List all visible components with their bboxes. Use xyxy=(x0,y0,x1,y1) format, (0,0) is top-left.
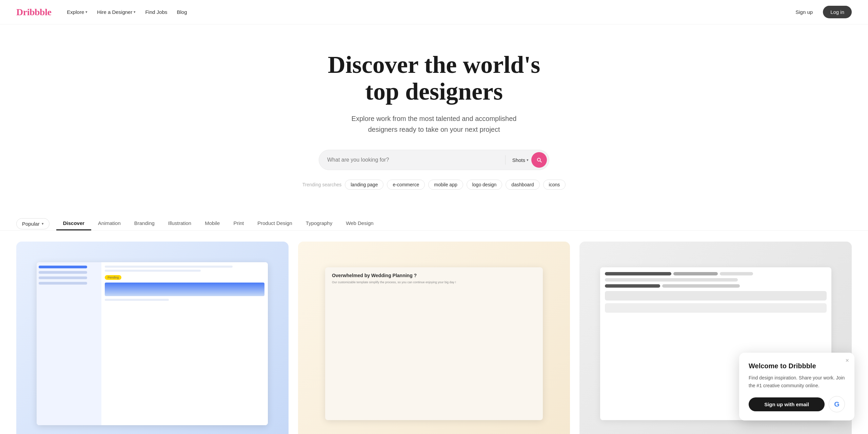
filter-bar: Popular ▾ Discover Animation Branding Il… xyxy=(0,210,868,231)
search-icon xyxy=(536,157,542,163)
mockup-sidebar xyxy=(37,262,101,426)
category-tabs: Discover Animation Branding Illustration… xyxy=(56,217,380,230)
search-input[interactable] xyxy=(327,154,501,166)
hire-chevron-icon: ▾ xyxy=(134,10,136,14)
popup-title: Welcome to Dribbble xyxy=(749,362,845,370)
trending-tag-5[interactable]: icons xyxy=(543,180,566,190)
mockup-main: Pending xyxy=(101,262,268,426)
nav-links: Explore ▾ Hire a Designer ▾ Find Jobs Bl… xyxy=(63,7,190,17)
trending-tag-4[interactable]: dashboard xyxy=(506,180,539,190)
nav-hire[interactable]: Hire a Designer ▾ xyxy=(94,7,139,17)
welcome-popup: × Welcome to Dribbble Find design inspir… xyxy=(739,353,854,420)
popular-sort-button[interactable]: Popular ▾ xyxy=(16,218,50,229)
navbar-right: Sign up Log in xyxy=(791,6,852,18)
trending-searches: Trending searches landing page e-commerc… xyxy=(298,180,570,190)
tab-typography[interactable]: Typography xyxy=(299,217,339,230)
trending-label: Trending searches xyxy=(302,182,341,187)
navbar: Dribbble Explore ▾ Hire a Designer ▾ Fin… xyxy=(0,0,868,24)
navbar-left: Dribbble Explore ▾ Hire a Designer ▾ Fin… xyxy=(16,7,191,18)
tab-animation[interactable]: Animation xyxy=(91,217,127,230)
card-2[interactable]: Overwhelmed by Wedding Planning ? Our cu… xyxy=(298,242,570,434)
popup-actions: Sign up with email G xyxy=(749,396,845,412)
tab-illustration[interactable]: Illustration xyxy=(161,217,198,230)
tab-product-design[interactable]: Product Design xyxy=(251,217,299,230)
wedding-mockup: Overwhelmed by Wedding Planning ? Our cu… xyxy=(325,267,543,420)
login-button[interactable]: Log in xyxy=(823,6,852,18)
tab-branding[interactable]: Branding xyxy=(127,217,161,230)
search-divider xyxy=(505,155,506,165)
trending-tag-0[interactable]: landing page xyxy=(345,180,383,190)
wedding-title: Overwhelmed by Wedding Planning ? xyxy=(332,273,536,278)
trending-tag-2[interactable]: mobile app xyxy=(428,180,463,190)
signup-button[interactable]: Sign up xyxy=(791,6,817,18)
search-type-selector[interactable]: Shots ▾ xyxy=(510,156,531,164)
trending-tag-3[interactable]: logo design xyxy=(467,180,502,190)
trending-tag-1[interactable]: e-commerce xyxy=(387,180,425,190)
popular-chevron-icon: ▾ xyxy=(42,222,44,226)
hero-subtitle: Explore work from the most talented and … xyxy=(339,113,529,135)
popup-description: Find design inspiration. Share your work… xyxy=(749,374,845,389)
mockup-chart xyxy=(105,283,264,296)
explore-chevron-icon: ▾ xyxy=(85,10,87,14)
nav-explore[interactable]: Explore ▾ xyxy=(63,7,91,17)
tab-mobile[interactable]: Mobile xyxy=(198,217,226,230)
signup-google-button[interactable]: G xyxy=(829,396,845,412)
shots-chevron-icon: ▾ xyxy=(527,158,529,162)
wedding-subtitle: Our customizable template simplify the p… xyxy=(332,280,536,285)
card-1[interactable]: Pending xyxy=(16,242,289,434)
hero-section: Discover the world's top designers Explo… xyxy=(0,24,868,210)
signup-email-button[interactable]: Sign up with email xyxy=(749,397,825,411)
tab-discover[interactable]: Discover xyxy=(56,217,91,230)
search-button[interactable] xyxy=(531,152,547,168)
card-2-image: Overwhelmed by Wedding Planning ? Our cu… xyxy=(298,242,570,434)
dashboard-mockup: Pending xyxy=(37,262,268,426)
card-1-image: Pending xyxy=(16,242,289,434)
logo[interactable]: Dribbble xyxy=(16,7,51,18)
nav-jobs[interactable]: Find Jobs xyxy=(142,7,171,17)
popup-close-button[interactable]: × xyxy=(845,357,849,364)
search-bar: Shots ▾ xyxy=(319,150,549,170)
cards-grid: Pending Overwhelmed by Wedding Planning … xyxy=(0,231,868,434)
nav-blog[interactable]: Blog xyxy=(173,7,190,17)
google-icon: G xyxy=(834,400,840,408)
tab-web-design[interactable]: Web Design xyxy=(339,217,380,230)
tab-print[interactable]: Print xyxy=(226,217,251,230)
hero-title: Discover the world's top designers xyxy=(281,51,587,105)
